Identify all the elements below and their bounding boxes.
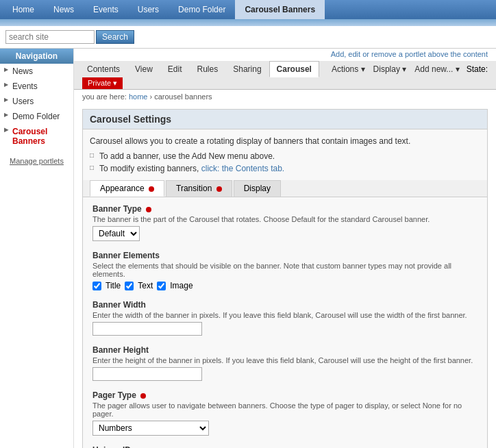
portlet-link-bar: Add, edit or remove a portlet above the … xyxy=(74,49,496,61)
sub-tab-transition[interactable]: Transition xyxy=(166,180,232,197)
banner-type-select[interactable]: Default xyxy=(92,226,140,241)
display-menu[interactable]: Display ▾ xyxy=(369,62,411,77)
text-checkbox-label: Text xyxy=(138,281,153,290)
carousel-panel-title: Carousel Settings xyxy=(83,110,487,129)
tab-rules[interactable]: Rules xyxy=(190,61,226,77)
breadcrumb: you are here: home › carousel banners xyxy=(74,90,496,103)
add-new-menu[interactable]: Add new... ▾ xyxy=(410,62,463,77)
nav-tab-demo-folder[interactable]: Demo Folder xyxy=(169,0,235,19)
sidebar-item-demo-folder[interactable]: Demo Folder xyxy=(0,109,73,124)
sidebar: Navigation News Events Users Demo Folder… xyxy=(0,49,74,448)
banner-width-desc: Enter the width of the banner in pixels.… xyxy=(92,311,478,319)
sidebar-item-carousel-banners[interactable]: Carousel Banners xyxy=(0,124,73,149)
sub-tabs: Appearance Transition Display xyxy=(83,180,487,197)
banner-width-input[interactable] xyxy=(92,322,202,336)
banner-elements-label: Banner Elements xyxy=(92,251,478,260)
breadcrumb-current: carousel banners xyxy=(154,92,212,101)
contents-tab-link[interactable]: click: the Contents tab. xyxy=(201,164,284,173)
search-bar: Search xyxy=(0,26,496,49)
top-navigation: Home News Events Users Demo Folder Carou… xyxy=(0,0,496,19)
sub-tab-appearance[interactable]: Appearance xyxy=(90,180,164,197)
sidebar-item-events[interactable]: Events xyxy=(0,79,73,94)
carousel-panel: Carousel Settings Carousel allows you to… xyxy=(82,109,488,448)
banner-type-group: Banner Type The banner is the part of th… xyxy=(92,204,478,241)
image-checkbox[interactable] xyxy=(157,282,166,290)
pager-type-label: Pager Type xyxy=(92,390,478,400)
tab-edit[interactable]: Edit xyxy=(160,61,190,77)
pager-type-select[interactable]: Numbers None Dots xyxy=(92,421,209,436)
banner-height-input[interactable] xyxy=(92,367,202,381)
title-checkbox[interactable] xyxy=(92,282,101,290)
banner-elements-desc: Select the elements that should be visib… xyxy=(92,262,478,278)
bullet-add-banner: To add a banner, use the Add New menu ab… xyxy=(83,150,487,162)
search-input[interactable] xyxy=(5,30,95,44)
nav-tab-carousel-banners[interactable]: Carousel Banners xyxy=(235,0,325,19)
actions-menu[interactable]: Actions ▾ xyxy=(327,62,369,77)
transition-required-dot xyxy=(216,186,222,192)
banner-width-label: Banner Width xyxy=(92,300,478,310)
breadcrumb-prefix: you are here: xyxy=(82,92,127,101)
portlet-link[interactable]: Add, edit or remove a portlet above the … xyxy=(331,50,488,58)
pager-type-desc: The pager allows user to navigate betwee… xyxy=(92,401,478,418)
form-area: Banner Type The banner is the part of th… xyxy=(83,197,487,448)
main-layout: Navigation News Events Users Demo Folder… xyxy=(0,49,496,448)
nav-tab-news[interactable]: News xyxy=(44,0,84,19)
banner-type-label: Banner Type xyxy=(92,204,478,214)
search-button[interactable]: Search xyxy=(96,30,134,44)
state-badge[interactable]: Private ▾ xyxy=(82,77,123,89)
nav-tab-events[interactable]: Events xyxy=(84,0,128,19)
pager-type-group: Pager Type The pager allows user to navi… xyxy=(92,390,478,436)
sidebar-item-users[interactable]: Users xyxy=(0,94,73,109)
banner-elements-group: Banner Elements Select the elements that… xyxy=(92,251,478,290)
tab-carousel[interactable]: Carousel xyxy=(269,61,319,77)
action-tabs: Contents View Edit Rules Sharing Carouse… xyxy=(74,61,496,90)
banner-elements-checkboxes: Title Text Image xyxy=(92,281,478,290)
banner-height-group: Banner Height Enter the height of the ba… xyxy=(92,345,478,381)
content-area: Add, edit or remove a portlet above the … xyxy=(74,49,496,448)
banner-type-desc: The banner is the part of the Carousel t… xyxy=(92,215,478,223)
sub-tab-display[interactable]: Display xyxy=(234,180,281,197)
appearance-required-dot xyxy=(149,186,154,192)
banner-type-required xyxy=(146,207,151,212)
manage-portlets: Manage portlets xyxy=(0,157,73,165)
image-checkbox-label: Image xyxy=(170,281,193,290)
carousel-description: Carousel allows you to create a rotating… xyxy=(83,129,487,150)
unique-id-label: Unique ID xyxy=(92,445,478,448)
unique-id-group: Unique ID Enter an ID for the Carousel c… xyxy=(92,445,478,448)
banner-height-label: Banner Height xyxy=(92,345,478,355)
tab-contents[interactable]: Contents xyxy=(79,61,127,77)
nav-tab-users[interactable]: Users xyxy=(128,0,169,19)
breadcrumb-home[interactable]: home xyxy=(129,92,148,101)
header-bar xyxy=(0,19,496,26)
banner-width-group: Banner Width Enter the width of the bann… xyxy=(92,300,478,336)
bullet-modify-banners: To modify existing banners, click: the C… xyxy=(83,162,487,175)
sidebar-item-news[interactable]: News xyxy=(0,64,73,79)
title-checkbox-label: Title xyxy=(106,281,121,290)
state-dropdown-arrow: ▾ xyxy=(113,79,117,87)
tab-view[interactable]: View xyxy=(127,61,160,77)
breadcrumb-separator: › xyxy=(149,92,152,101)
text-checkbox[interactable] xyxy=(125,282,134,290)
sidebar-title: Navigation xyxy=(0,49,73,64)
pager-type-required xyxy=(140,393,146,399)
nav-tab-home[interactable]: Home xyxy=(3,0,44,19)
tab-sharing[interactable]: Sharing xyxy=(225,61,269,77)
state-label: State: xyxy=(464,62,491,77)
state-value: Private xyxy=(88,79,111,87)
manage-portlets-link[interactable]: Manage portlets xyxy=(10,157,64,165)
banner-height-desc: Enter the height of the banner in pixels… xyxy=(92,356,478,364)
